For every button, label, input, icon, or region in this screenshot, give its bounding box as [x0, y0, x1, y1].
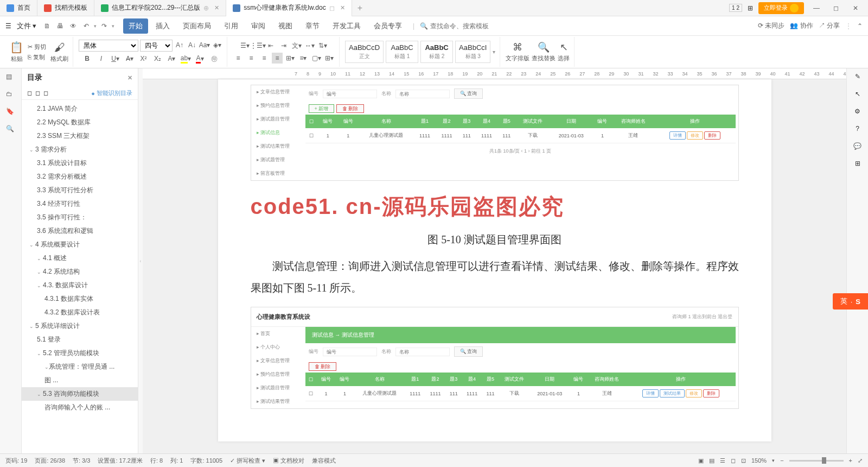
- menu-layout[interactable]: 页面布局: [177, 18, 216, 34]
- toc-item[interactable]: ⌄4.3. 数据库设计: [22, 279, 138, 292]
- subscript-icon[interactable]: X₂: [152, 53, 163, 64]
- query-button[interactable]: 🔍 查询: [454, 89, 483, 99]
- circle-char-icon[interactable]: ㊞: [209, 53, 220, 64]
- print-icon[interactable]: 🖶: [55, 21, 66, 31]
- user-actions[interactable]: 咨询师 1 退出到前台 退出登: [672, 313, 733, 320]
- toc-item[interactable]: ⌄4 系统概要设计: [22, 238, 138, 251]
- find-replace-button[interactable]: 🔍查找替换: [532, 41, 556, 62]
- sidebar-item[interactable]: ▸ 预约信息管理: [251, 99, 305, 112]
- pagination[interactable]: 共1条 10条/页 ‹ 1 › 前往 1 页: [305, 143, 736, 159]
- distribute-icon[interactable]: ⊞▾: [285, 53, 296, 64]
- view-read-icon[interactable]: ◻: [731, 457, 736, 464]
- view-fullwidth-icon[interactable]: ⊡: [741, 457, 746, 464]
- toc-item[interactable]: 2.1 JAVA 简介: [22, 102, 138, 116]
- sidebar-item[interactable]: ▸ 首页: [251, 327, 305, 340]
- collapse-ribbon-icon[interactable]: ⌃: [857, 22, 863, 30]
- row-action[interactable]: 删除: [704, 131, 720, 140]
- align-left-icon[interactable]: ≡: [233, 53, 244, 64]
- text-effect-icon[interactable]: A▾: [167, 53, 177, 64]
- toc-item[interactable]: 4.3.2 数据库设计表: [22, 306, 138, 319]
- toc-item[interactable]: ⌄5.3 咨询师功能模块: [22, 387, 138, 401]
- tab-home[interactable]: 首页: [0, 0, 37, 16]
- align-dist-icon[interactable]: ↔▾: [304, 40, 315, 51]
- toc-item[interactable]: ⌄5 系统详细设计: [22, 319, 138, 333]
- sidebar-item[interactable]: ▸ 文章信息管理: [251, 354, 305, 368]
- spell-check[interactable]: ✓ 拼写检查 ▾: [230, 457, 265, 465]
- search-id-input[interactable]: [323, 348, 377, 356]
- panel-toggle[interactable]: ‹: [138, 68, 143, 453]
- zoom-in-icon[interactable]: +: [849, 457, 852, 464]
- italic-icon[interactable]: I: [96, 53, 107, 64]
- close-icon[interactable]: ✕: [214, 4, 219, 11]
- row-action[interactable]: 测试结果: [660, 389, 685, 397]
- smart-toc-button[interactable]: ● 智能识别目录: [91, 89, 132, 97]
- layout-icon[interactable]: 1 2: [729, 4, 742, 12]
- format-painter-button[interactable]: 🖌格式刷: [50, 41, 68, 63]
- sidebar-item[interactable]: ▸ 测试题目管理: [251, 381, 305, 395]
- text-direction-icon[interactable]: 文▾: [291, 40, 302, 51]
- strike-icon[interactable]: A̶▾: [124, 53, 135, 64]
- pin-icon[interactable]: ⊕: [203, 4, 209, 12]
- font-family-select[interactable]: 黑体: [79, 40, 138, 52]
- sidebar-item[interactable]: ▸ 测试题目管理: [251, 112, 305, 126]
- toc-item[interactable]: ⌄4.1 概述: [22, 251, 138, 265]
- style-h1[interactable]: AaBbC标题 1: [386, 41, 418, 63]
- toc-item[interactable]: 3.1 系统设计目标: [22, 156, 138, 170]
- delete-button[interactable]: 🗑 删除: [336, 104, 365, 113]
- tab-template[interactable]: 找稻壳模板: [37, 0, 94, 16]
- fit-icon[interactable]: ⤢: [858, 457, 863, 464]
- bookmark-icon[interactable]: 🔖: [6, 108, 16, 117]
- indent-icon[interactable]: ⇥: [278, 40, 289, 51]
- close-button[interactable]: ✕: [848, 1, 863, 15]
- line-spacing-icon[interactable]: ⇅▾: [317, 40, 328, 51]
- col[interactable]: 列: 1: [170, 457, 183, 465]
- shrink-font-icon[interactable]: A↓: [187, 40, 197, 51]
- align-right-icon[interactable]: ≡: [259, 53, 270, 64]
- folder-icon[interactable]: 🗀: [6, 90, 16, 100]
- toc-close-icon[interactable]: ✕: [127, 74, 132, 81]
- zoom-level[interactable]: 150%: [751, 457, 767, 464]
- sidebar-item[interactable]: ▸ 文章信息管理: [251, 85, 305, 99]
- sidebar-item[interactable]: ▸ 预约信息管理: [251, 368, 305, 381]
- menu-insert[interactable]: 插入: [150, 18, 175, 34]
- view-web-icon[interactable]: ▤: [709, 457, 714, 464]
- copy-button[interactable]: ⎘ 复制: [27, 53, 47, 62]
- menu-view[interactable]: 视图: [273, 18, 298, 34]
- ruler[interactable]: 7891011121314151617181920212223242526272…: [143, 68, 846, 79]
- sidebar-item[interactable]: ▸ 测试题管理: [251, 153, 305, 167]
- row[interactable]: 行: 8: [150, 457, 163, 465]
- sidebar-item[interactable]: ▸ 个人中心: [251, 340, 305, 354]
- page-count[interactable]: 页面: 26/38: [35, 457, 65, 465]
- pin-icon[interactable]: ◻: [329, 4, 335, 12]
- align-center-icon[interactable]: ≡: [246, 53, 257, 64]
- font-color-icon[interactable]: A▾: [195, 53, 206, 64]
- toc-item[interactable]: ⌄3 需求分析: [22, 143, 138, 156]
- redo-icon[interactable]: ↷: [99, 21, 110, 31]
- view-outline-icon[interactable]: ☰: [720, 457, 725, 464]
- bold-icon[interactable]: B: [82, 53, 93, 64]
- menu-ref[interactable]: 引用: [219, 18, 244, 34]
- tab-doc2[interactable]: ssm心理健康教育系统lw.doc◻✕: [226, 0, 352, 16]
- toc-item[interactable]: 2.3 SSM 三大框架: [22, 129, 138, 143]
- search-name-input[interactable]: [395, 348, 450, 356]
- font-size-select[interactable]: 四号: [140, 40, 173, 52]
- menu-start[interactable]: 开始: [123, 18, 148, 34]
- tab-doc1[interactable]: 信息工程学院202...29---汇总版⊕✕: [94, 0, 226, 16]
- toc-expand-icon[interactable]: ◻: [27, 90, 32, 97]
- toc-item[interactable]: 3.5 操作可行性：: [22, 211, 138, 224]
- hamburger-icon[interactable]: ☰: [5, 22, 11, 30]
- sync-status[interactable]: ⟳ 未同步: [758, 21, 784, 30]
- toc-item[interactable]: 3.2 需求分析概述: [22, 170, 138, 184]
- grow-font-icon[interactable]: A↑: [174, 40, 185, 51]
- toc-item[interactable]: 2.2 MySQL 数据库: [22, 116, 138, 129]
- maximize-button[interactable]: ◻: [829, 1, 843, 15]
- more-icon[interactable]: ⊞: [855, 160, 860, 167]
- position[interactable]: 设置值: 17.2厘米: [98, 457, 143, 465]
- row-action[interactable]: 详情: [669, 131, 686, 140]
- toc-item[interactable]: 图 ...: [22, 374, 138, 387]
- command-search[interactable]: [430, 22, 506, 30]
- borders-icon[interactable]: ⊞▾: [324, 53, 335, 64]
- row-action[interactable]: 删除: [703, 389, 719, 397]
- zoom-slider[interactable]: [789, 460, 844, 462]
- shading-icon[interactable]: ▢▾: [311, 53, 322, 64]
